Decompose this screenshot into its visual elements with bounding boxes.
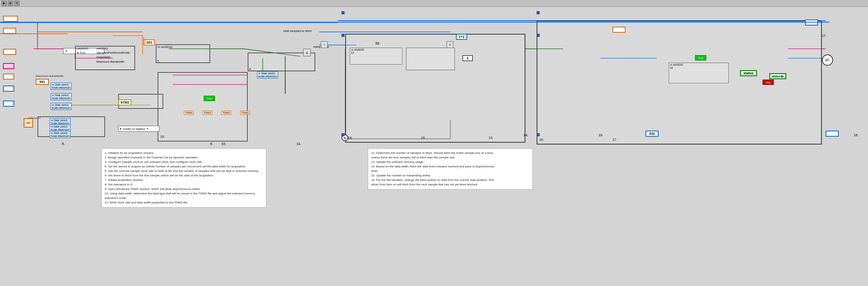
max-bandwidth-inner: Maximum Bandwidth bbox=[96, 60, 124, 63]
left-desc-text: 1. Initialize for an acquisition session… bbox=[105, 151, 263, 205]
slide-strict-mid-1: ⊲ Slide (strict) Scale.Maximum bbox=[257, 71, 278, 78]
tdms-node-4: TDMS bbox=[240, 111, 250, 115]
channel-list-value[interactable] bbox=[3, 63, 14, 69]
top-blue-wire bbox=[0, 22, 341, 23]
step14-label: 14. bbox=[348, 136, 353, 140]
step15-label: 15. bbox=[421, 136, 426, 140]
max-bandwidth-label: Maximum Bandwidth bbox=[36, 74, 63, 78]
slide-strict-label: ⊲ Slide (strict) bbox=[52, 83, 71, 86]
num-2-display: 2 bbox=[462, 55, 473, 61]
data-transfer-rate-value: 001 bbox=[144, 39, 155, 45]
num-outstanding-value: 032 bbox=[645, 131, 659, 137]
status-right-indicator: status ▶ bbox=[769, 73, 786, 79]
tdms-node-1: TDMS bbox=[184, 111, 194, 115]
disk-sector-value: 97/83 bbox=[118, 99, 131, 105]
step18-label: 18. bbox=[854, 133, 859, 137]
ref-slide-3: ⊲ Slide (strict) Scale.Maximum bbox=[50, 131, 71, 138]
status-indicator: status bbox=[740, 70, 757, 76]
compare-block: ≤ bbox=[303, 49, 311, 56]
step13-note: 13. bbox=[351, 51, 401, 54]
conn-sq-2 bbox=[341, 34, 344, 37]
slide-strict-left-3: ⊲ Slide (strict) Scale.Maximum bbox=[51, 103, 72, 110]
total-samples-fetched-value bbox=[612, 27, 626, 33]
tdms-node-3: TDMS bbox=[221, 111, 231, 115]
top-blue-wire-right bbox=[537, 22, 829, 23]
nihsdio-config-block: niHSDIO ⊕ Run niHSDIO SamplesPerRecordFi… bbox=[75, 46, 135, 70]
data-width-inner: DataWidth bbox=[96, 56, 110, 59]
streaming-section: 10. bbox=[158, 72, 248, 141]
step17-circle: 17. bbox=[822, 54, 833, 66]
abort-icon[interactable]: ✕ bbox=[14, 1, 20, 6]
run-icon[interactable]: ▶ bbox=[2, 1, 7, 6]
nihsdio-sub2: niHSDIO bbox=[96, 47, 108, 50]
right-desc-box: 12. Determine the number of samples to f… bbox=[368, 148, 533, 190]
nihsdio-sub1: ⊕ Run bbox=[77, 51, 86, 54]
stop-icon[interactable]: ■ bbox=[8, 1, 13, 6]
step9-badge: 9. bbox=[210, 142, 213, 146]
step17-label: 17. bbox=[612, 138, 617, 141]
reference-block: ⊲ Slide (strict) Scale.Maximum ⊲ Slide (… bbox=[38, 116, 105, 137]
conn-sq-6 bbox=[537, 133, 540, 136]
create-or-replace-dropdown[interactable]: ✦ create or replace bbox=[118, 126, 159, 132]
sampleclk-block: ⊲ niHSDIO 5. bbox=[156, 44, 210, 63]
conn-sq-4 bbox=[537, 11, 540, 14]
slide-strict-left-1: ⊲ Slide (strict) Scale.Maximum bbox=[51, 83, 72, 90]
step11-badge: 11. bbox=[296, 142, 301, 146]
top-blue-wire-mid bbox=[341, 22, 537, 23]
add-block-right: + bbox=[447, 41, 453, 48]
samples-per-block-value[interactable] bbox=[3, 16, 18, 22]
step10-badge-outer: 10. bbox=[221, 142, 226, 146]
stop-control[interactable]: stop bbox=[763, 80, 774, 85]
conn-sq-3 bbox=[341, 133, 344, 136]
nihsdio-fetch-node: ⊲ niHSDIO 13. bbox=[350, 48, 402, 65]
sampleclk-node: ⊲ niHSDIO bbox=[157, 45, 173, 49]
nihsdio-label-1: niHSDIO bbox=[77, 47, 89, 50]
step16-label: 16. bbox=[539, 138, 544, 141]
total-samples-value[interactable] bbox=[3, 28, 16, 34]
step12-outer: 12. bbox=[375, 41, 380, 45]
step13b-label: 13. bbox=[489, 136, 493, 140]
step6-label: 6. bbox=[249, 68, 252, 71]
sample-size-num: 1+1 bbox=[456, 34, 467, 40]
data-width-value[interactable] bbox=[3, 86, 14, 92]
max-outstanding-writes-value[interactable] bbox=[3, 101, 14, 107]
step17-outer: 17. bbox=[822, 34, 827, 38]
max-bandwidth-value: 001 bbox=[36, 79, 49, 85]
true-bool-left: True bbox=[204, 96, 215, 101]
step10-label: 10. bbox=[160, 135, 165, 138]
step16-inner: 16. bbox=[670, 66, 728, 69]
left-desc-box: 1. Initialize for an acquisition session… bbox=[101, 148, 266, 208]
toolbar-icons: ▶ ■ ✕ bbox=[2, 1, 20, 6]
max-samples-value bbox=[805, 20, 818, 26]
total-samples-to-fetch-label: total samples to fetch bbox=[283, 29, 312, 33]
samples-per-record: SamplesPerRecordFinite bbox=[96, 51, 130, 54]
conn-sq-5 bbox=[537, 34, 540, 37]
nihsdio-read-node: ⊲ niHSDIO 16. bbox=[669, 63, 729, 83]
conn-sq-1 bbox=[341, 11, 344, 14]
step14-badge: 14. bbox=[524, 133, 528, 137]
scale-max-label: Scale.Maximum bbox=[52, 86, 71, 89]
subtract-block: − bbox=[321, 41, 328, 48]
nihsdio-read-label: ⊲ niHSDIO bbox=[670, 63, 728, 66]
tdms-node-2: TDMS bbox=[203, 111, 212, 115]
fetch-nihsdio-label: ⊲ niHSDIO bbox=[351, 48, 401, 51]
slide-strict-left-2: ⊲ Slide (strict) Scale.Maximum bbox=[51, 93, 72, 100]
step8-badge: 8. bbox=[62, 142, 65, 146]
nihsdio-main-loop: ⊲ niHSDIO 13. 14. 15. 13. 2 bbox=[345, 34, 525, 143]
resource-name-value[interactable] bbox=[3, 74, 14, 80]
max-outstanding-writes2-value bbox=[826, 131, 839, 137]
clock-rate-value[interactable] bbox=[3, 49, 16, 55]
step15-badge: 15. bbox=[599, 133, 603, 137]
toolbar: ▶ ■ ✕ bbox=[0, 0, 868, 7]
right-desc-text: 12. Determine the number of samples to f… bbox=[371, 151, 530, 187]
true-bool-right: True bbox=[695, 55, 706, 60]
step5-label: 5. bbox=[157, 59, 160, 63]
second-main-section: True ⊲ niHSDIO 16. status stop 16. 17. bbox=[537, 21, 822, 145]
reference-cluster: ref bbox=[24, 118, 33, 128]
single-record-block bbox=[406, 48, 455, 70]
